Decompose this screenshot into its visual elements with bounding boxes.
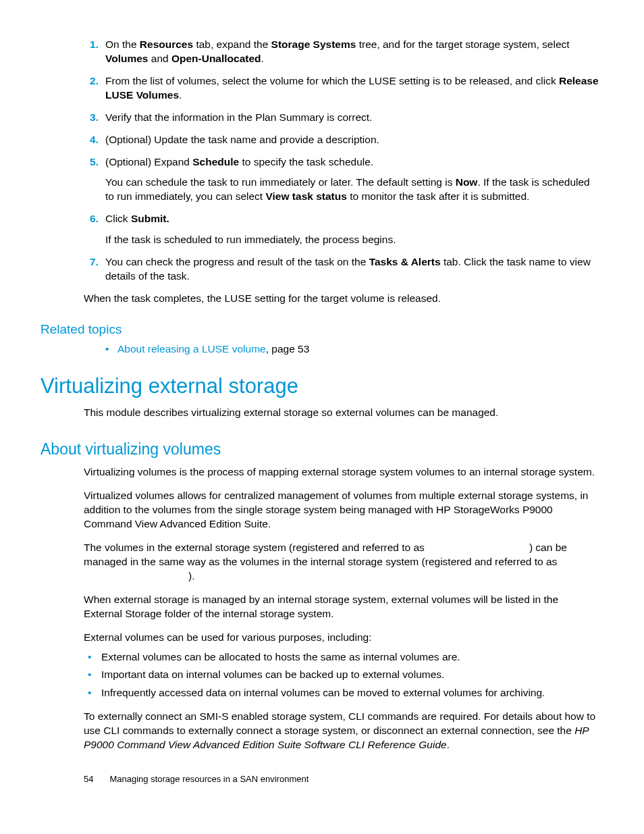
step-number: 3.: [84, 111, 99, 125]
bullet-item: Important data on internal volumes can b…: [84, 668, 599, 682]
body-paragraph: Virtualizing volumes is the process of m…: [84, 465, 599, 479]
bullet-item: Infrequently accessed data on internal v…: [84, 686, 599, 700]
bullet-item: External volumes can be allocated to hos…: [84, 650, 599, 664]
subsection-heading-about: About virtualizing volumes: [41, 439, 603, 460]
page-number: 54: [84, 774, 93, 784]
footer-chapter-title: Managing storage resources in a SAN envi…: [109, 774, 308, 784]
section-heading-virtualizing: Virtualizing external storage: [41, 372, 603, 400]
body-paragraph: When external storage is managed by an i…: [84, 593, 599, 621]
procedure-steps: 1.On the Resources tab, expand the Stora…: [84, 38, 599, 284]
step-number: 2.: [84, 74, 99, 88]
step-number: 7.: [84, 255, 99, 269]
step-subtext: You can schedule the task to run immedia…: [105, 176, 599, 204]
step-body: Verify that the information in the Plan …: [105, 111, 599, 125]
related-topic-item: About releasing a LUSE volume, page 53: [105, 342, 603, 357]
step-item: 5.(Optional) Expand Schedule to specify …: [84, 155, 599, 205]
related-topic-page: , page 53: [266, 343, 310, 355]
page-footer: 54Managing storage resources in a SAN en…: [84, 773, 308, 785]
after-steps-text: When the task completes, the LUSE settin…: [84, 292, 599, 306]
body-paragraph: To externally connect an SMI-S enabled s…: [84, 710, 599, 752]
step-body: You can check the progress and result of…: [105, 255, 599, 284]
body-paragraph: The volumes in the external storage syst…: [84, 541, 599, 583]
step-number: 6.: [84, 212, 99, 226]
step-body: On the Resources tab, expand the Storage…: [105, 38, 599, 66]
step-item: 2.From the list of volumes, select the v…: [84, 74, 599, 103]
step-body: (Optional) Expand Schedule to specify th…: [105, 155, 599, 170]
body-paragraph: Virtualized volumes allows for centraliz…: [84, 489, 599, 531]
step-body: From the list of volumes, select the vol…: [105, 74, 599, 103]
step-item: 3.Verify that the information in the Pla…: [84, 111, 599, 125]
step-number: 4.: [84, 133, 99, 147]
section-intro: This module describes virtualizing exter…: [84, 406, 599, 420]
step-subtext: If the task is scheduled to run immediat…: [105, 233, 599, 247]
related-topic-link[interactable]: About releasing a LUSE volume: [117, 343, 266, 355]
step-number: 5.: [84, 155, 99, 170]
step-item: 6.Click Submit.If the task is scheduled …: [84, 212, 599, 247]
related-topics-heading: Related topics: [41, 321, 603, 338]
step-item: 1.On the Resources tab, expand the Stora…: [84, 38, 599, 66]
body-paragraph: External volumes can be used for various…: [84, 631, 599, 645]
bullet-list: External volumes can be allocated to hos…: [84, 650, 599, 701]
step-item: 4.(Optional) Update the task name and pr…: [84, 133, 599, 147]
step-body: Click Submit.: [105, 212, 599, 226]
step-item: 7.You can check the progress and result …: [84, 255, 599, 284]
step-body: (Optional) Update the task name and prov…: [105, 133, 599, 147]
step-number: 1.: [84, 38, 99, 52]
